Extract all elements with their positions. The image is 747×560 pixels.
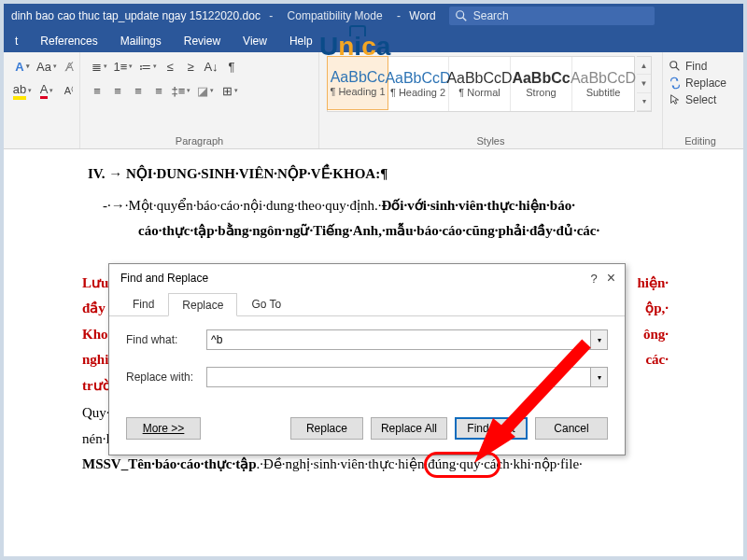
dialog-tab-replace[interactable]: Replace [168,293,237,316]
style-heading2[interactable]: AaBbCcD ¶ Heading 2 [388,57,449,111]
styles-more-icon[interactable]: ▾ [637,93,651,111]
search-box[interactable]: Search [449,7,655,25]
replace-with-input[interactable] [206,367,591,387]
multilevel-icon[interactable]: ≔▾ [136,56,159,77]
style-normal[interactable]: AaBbCcD ¶ Normal [449,57,511,111]
show-marks-icon[interactable]: ¶ [222,56,241,77]
replace-button[interactable]: Replace [669,75,732,91]
svg-point-0 [457,11,464,19]
highlight-icon[interactable]: ab▾ [11,80,34,101]
cancel-button[interactable]: Cancel [535,417,608,440]
find-dropdown-icon[interactable]: ▾ [591,329,608,350]
select-icon [669,93,682,106]
dialog-close-button[interactable]: × [607,270,615,287]
find-what-input[interactable] [206,329,591,350]
doc-paragraph: -·→·Một·quyển·báo·cáo·nội·dung·theo·quy·… [82,194,669,218]
replace-dropdown-icon[interactable]: ▾ [591,367,608,387]
ribbon-tabs: t References Mailings Review View Help [4,28,743,52]
dialog-help-button[interactable]: ? [590,272,597,286]
style-strong[interactable]: AaBbCc Strong [511,57,572,111]
document-filename: dinh bao cao thuc tap_update ngay 151220… [11,9,261,22]
styles-group-label: Styles [327,133,655,147]
doc-paragraph: cáo·thực·tập·bằng·ngôn·ngữ·Tiếng·Anh,·mẫ… [82,219,669,244]
paragraph-group-label: Paragraph [88,133,311,147]
replace-button[interactable]: Replace [290,417,363,440]
find-what-label: Find what: [126,333,206,346]
dialog-tab-goto[interactable]: Go To [237,292,295,315]
styles-up-icon[interactable]: ▲ [637,57,651,75]
line-spacing-icon[interactable]: ‡≡▾ [170,80,192,101]
align-left-icon[interactable]: ≡ [88,80,106,101]
dialog-tab-find[interactable]: Find [119,292,168,315]
svg-point-2 [670,62,677,68]
align-right-icon[interactable]: ≡ [129,80,148,101]
tab-view[interactable]: View [232,29,278,52]
app-name: Word [409,9,435,22]
tab-help[interactable]: Help [278,29,324,52]
search-icon [455,9,468,22]
tab-review[interactable]: Review [173,29,232,52]
doc-heading: IV. → NỘI·DUNG·SINH·VIÊN·NỘP·VỀ·KHOA:¶ [88,162,669,187]
style-subtitle[interactable]: AaBbCcD Subtitle [572,57,634,111]
styles-down-icon[interactable]: ▼ [637,75,651,92]
doc-paragraph: MSSV_Tên·báo·cáo·thực·tập.·Đề·nghị·sinh·… [82,453,669,477]
shading-icon[interactable]: ◪▾ [194,80,217,101]
char-shading-icon[interactable]: A⁽ [60,80,78,101]
svg-line-1 [463,18,467,21]
tab-partial[interactable]: t [4,29,29,52]
styles-scroll[interactable]: ▲ ▼ ▾ [637,56,652,112]
text-effects-icon[interactable]: A▾ [11,56,34,77]
compat-mode-label: Compatibility Mode [288,9,383,22]
dialog-title: Find and Replace [120,272,208,285]
sort-icon[interactable]: A↓ [202,56,220,77]
clear-format-icon[interactable]: A̸ [60,56,78,77]
font-color-icon[interactable]: A▾ [35,80,58,101]
dialog-tabs: Find Replace Go To [109,292,625,316]
tab-mailings[interactable]: Mailings [109,29,173,52]
svg-line-3 [676,67,680,71]
styles-gallery[interactable]: AaBbCc ¶ Heading 1 AaBbCcD ¶ Heading 2 A… [327,56,635,112]
justify-icon[interactable]: ≡ [149,80,168,101]
char-format-icon[interactable]: Aa▾ [35,56,58,77]
borders-icon[interactable]: ⊞▾ [218,80,241,101]
find-icon [669,60,682,73]
find-button[interactable]: Find [669,58,732,75]
decrease-indent-icon[interactable]: ≤ [161,56,179,77]
align-center-icon[interactable]: ≡ [108,80,127,101]
editing-group-label: Editing [669,133,732,147]
titlebar: dinh bao cao thuc tap_update ngay 151220… [4,4,743,28]
replace-icon [669,77,682,90]
replace-all-button[interactable]: Replace All [371,417,447,440]
more-button[interactable]: More >> [126,417,201,440]
ribbon: A▾ Aa▾ A̸ ab▾ A▾ A⁽ Font ≣▾ 1≡▾ ≔▾ ≤ ≥ A… [4,52,743,149]
tab-references[interactable]: References [29,29,108,52]
style-heading1[interactable]: AaBbCc ¶ Heading 1 [327,56,388,110]
find-next-button[interactable]: Find Next [455,417,528,440]
search-placeholder: Search [473,9,509,22]
select-button[interactable]: Select [669,91,732,108]
bullets-icon[interactable]: ≣▾ [88,56,110,77]
replace-with-label: Replace with: [126,371,206,384]
find-replace-dialog: Find and Replace ? × Find Replace Go To … [108,263,626,455]
numbering-icon[interactable]: 1≡▾ [112,56,134,77]
increase-indent-icon[interactable]: ≥ [181,56,200,77]
